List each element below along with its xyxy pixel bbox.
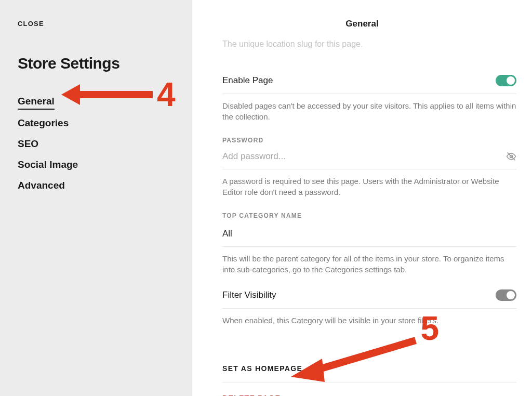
enable-page-help: Disabled pages can't be accessed by your… <box>222 94 516 137</box>
filter-visibility-row: Filter Visibility <box>222 282 516 309</box>
main-body: The unique location slug for this page. … <box>192 39 532 396</box>
password-input[interactable] <box>222 151 506 162</box>
close-button[interactable]: CLOSE <box>18 20 175 28</box>
password-help: A password is required to see this page.… <box>222 169 516 212</box>
page-title: General <box>192 0 532 39</box>
enable-page-label: Enable Page <box>222 75 273 86</box>
sidebar-item-social-image[interactable]: Social Image <box>18 154 175 175</box>
password-input-row <box>222 146 516 169</box>
toggle-knob <box>507 291 515 299</box>
slug-hint-truncated: The unique location slug for this page. <box>222 39 516 49</box>
toggle-knob <box>507 76 515 85</box>
sidebar-item-seo[interactable]: SEO <box>18 134 175 154</box>
top-category-help: This will be the parent category for all… <box>222 247 516 282</box>
sidebar-item-categories[interactable]: Categories <box>18 113 175 134</box>
sidebar-item-general[interactable]: General <box>18 91 55 110</box>
enable-page-row: Enable Page <box>222 68 516 94</box>
main-panel: General The unique location slug for thi… <box>192 0 532 396</box>
top-category-section-label: TOP CATEGORY NAME <box>222 212 516 219</box>
sidebar-item-advanced[interactable]: Advanced <box>18 175 175 196</box>
sidebar-title: Store Settings <box>18 55 175 72</box>
password-section-label: PASSWORD <box>222 137 516 144</box>
set-as-homepage-button[interactable]: SET AS HOMEPAGE <box>222 355 516 382</box>
enable-page-toggle[interactable] <box>496 75 516 86</box>
delete-page-button[interactable]: DELETE PAGE <box>222 392 281 396</box>
sidebar: CLOSE Store Settings General Categories … <box>0 0 192 396</box>
filter-visibility-help: When enabled, this Category will be visi… <box>222 309 516 340</box>
top-category-value[interactable]: All <box>222 221 516 247</box>
filter-visibility-toggle[interactable] <box>496 289 516 301</box>
filter-visibility-label: Filter Visibility <box>222 290 276 300</box>
eye-hidden-icon[interactable] <box>506 151 516 162</box>
